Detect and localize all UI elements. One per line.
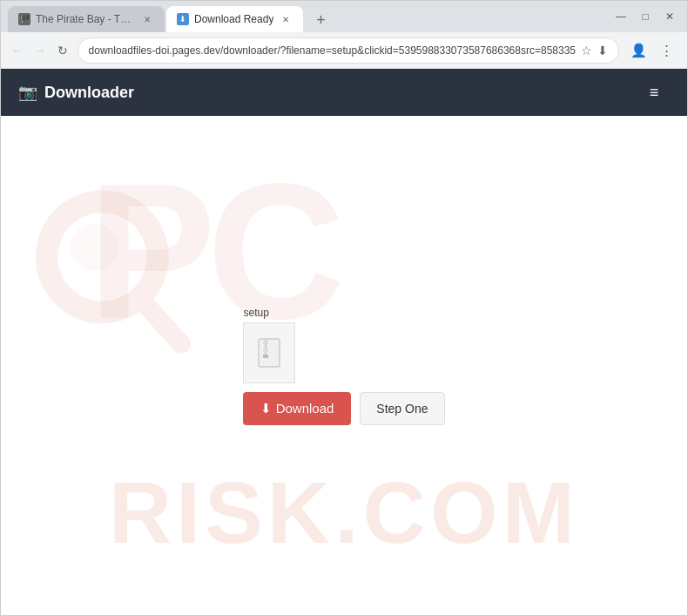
tab-close-1[interactable]: ✕	[140, 12, 154, 26]
back-button[interactable]: ←	[10, 38, 25, 63]
new-tab-button[interactable]: +	[308, 8, 333, 32]
download-button[interactable]: ⬇ Download	[243, 392, 351, 425]
svg-line-1	[142, 301, 181, 344]
brand-name: Downloader	[44, 84, 134, 102]
tab-download-ready[interactable]: ⬇ Download Ready ✕	[166, 6, 303, 32]
window-controls: — □ ✕	[610, 6, 680, 27]
tab-favicon-2: ⬇	[177, 13, 189, 25]
magnifier-watermark	[27, 186, 201, 360]
file-zip-icon	[257, 337, 281, 369]
svg-point-2	[71, 224, 118, 272]
close-button[interactable]: ✕	[659, 6, 680, 27]
app-brand: 📷 Downloader	[18, 83, 134, 102]
minimize-button[interactable]: —	[610, 6, 631, 27]
download-widget: setup ⬇ Download Step One	[243, 307, 444, 425]
url-text: downloadfiles-doi.pages.dev/downloader/?…	[89, 44, 576, 57]
browser-actions: 👤 ⋮	[626, 38, 678, 63]
url-icons: ☆ ⬇	[581, 44, 608, 58]
maximize-button[interactable]: □	[635, 6, 656, 27]
file-card	[243, 322, 295, 383]
tab-favicon-1: 🏴	[18, 13, 30, 25]
page-content: PC RISK.COM setup	[1, 116, 687, 615]
menu-button[interactable]: ⋮	[654, 38, 678, 63]
tab-pirate-bay[interactable]: 🏴 The Pirate Bay - The galaxy's m... ✕	[8, 6, 165, 32]
file-container: setup	[243, 307, 295, 383]
app-navbar: 📷 Downloader ≡	[1, 69, 687, 116]
browser-window: 🏴 The Pirate Bay - The galaxy's m... ✕ ⬇…	[0, 0, 688, 616]
address-bar: ← → ↻ downloadfiles-doi.pages.dev/downlo…	[1, 32, 687, 69]
refresh-button[interactable]: ↻	[55, 38, 71, 63]
title-bar: 🏴 The Pirate Bay - The galaxy's m... ✕ ⬇…	[1, 1, 687, 32]
file-card-row: setup	[243, 307, 295, 383]
svg-rect-5	[263, 341, 268, 344]
tab-close-2[interactable]: ✕	[279, 12, 293, 26]
brand-icon: 📷	[18, 83, 37, 102]
download-actions: ⬇ Download Step One	[243, 392, 444, 425]
star-icon[interactable]: ☆	[581, 44, 592, 58]
risk-watermark: RISK.COM	[109, 463, 579, 563]
url-bar[interactable]: downloadfiles-doi.pages.dev/downloader/?…	[78, 37, 619, 64]
file-name-label: setup	[243, 307, 268, 319]
profile-button[interactable]: 👤	[626, 38, 651, 63]
svg-rect-7	[263, 355, 268, 358]
svg-rect-3	[259, 339, 280, 367]
svg-rect-6	[263, 348, 268, 351]
forward-button[interactable]: →	[32, 38, 48, 63]
tab-list: 🏴 The Pirate Bay - The galaxy's m... ✕ ⬇…	[8, 1, 333, 32]
step-one-button[interactable]: Step One	[360, 392, 444, 425]
hamburger-button[interactable]: ≡	[638, 77, 670, 108]
svg-point-0	[47, 201, 158, 312]
tab-label-1: The Pirate Bay - The galaxy's m...	[36, 13, 135, 25]
tab-label-2: Download Ready	[194, 13, 273, 25]
download-icon[interactable]: ⬇	[597, 44, 608, 58]
